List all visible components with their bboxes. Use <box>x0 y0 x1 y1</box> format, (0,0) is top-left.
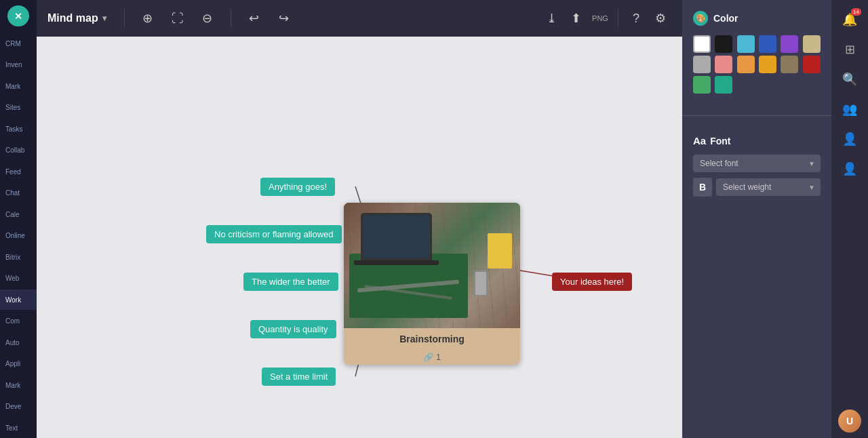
sidebar-item-auto[interactable]: Auto <box>0 332 37 353</box>
bold-button[interactable]: B <box>693 178 712 197</box>
font-section: Aa Font Select font B Select weight <box>682 124 831 207</box>
sidebar: ✕ CRM Inven Mark Sites Tasks Collab Feed… <box>0 0 37 438</box>
person-icon: 👤 <box>842 161 857 176</box>
link-icon: 🔗 <box>423 353 433 362</box>
color-section-title: 🎨 Color <box>693 11 821 26</box>
grid-icon: ⊞ <box>845 42 855 57</box>
topbar: Mind map ▾ ⊕ ⛶ ⊖ ↩ ↪ ⤓ ⬆ PNG ? ⚙ <box>37 0 682 37</box>
person-button[interactable]: 👤 <box>837 156 863 182</box>
separator3 <box>618 9 618 28</box>
node-time-limit[interactable]: Set a time limit <box>262 367 336 386</box>
node-wider-better[interactable]: The wider the better <box>243 273 338 291</box>
sidebar-item-inven[interactable]: Inven <box>0 55 37 75</box>
color-swatch-teal[interactable] <box>715 76 732 94</box>
color-grid-row2 <box>693 56 821 73</box>
node-footer: 🔗 1 <box>344 350 520 365</box>
color-icon: 🎨 <box>693 11 708 26</box>
notification-badge: 14 <box>851 8 861 16</box>
color-swatch-cyan[interactable] <box>737 35 755 53</box>
main-area: Mind map ▾ ⊕ ⛶ ⊖ ↩ ↪ ⤓ ⬆ PNG ? ⚙ <box>37 0 682 438</box>
central-node[interactable]: Brainstorming 🔗 1 <box>344 203 520 365</box>
undo-button[interactable]: ↩ <box>243 7 265 29</box>
sidebar-item-chat[interactable]: Chat <box>0 183 37 203</box>
help-button[interactable]: ? <box>625 7 647 29</box>
font-select-wrap: Select font <box>693 155 821 172</box>
person-add-icon: 👤 <box>842 132 857 146</box>
node-anything-goes[interactable]: Anything goes! <box>260 178 335 196</box>
link-count: 1 <box>436 353 441 362</box>
color-swatch-black[interactable] <box>715 35 732 53</box>
canvas-area[interactable]: Anything goes! No criticism or flaming a… <box>37 37 682 438</box>
color-swatch-orange[interactable] <box>737 56 755 73</box>
notification-bell-button[interactable]: 🔔 14 <box>837 7 863 33</box>
page-title: Mind map ▾ <box>47 12 106 24</box>
sidebar-item-feed[interactable]: Feed <box>0 161 37 182</box>
color-swatch-purple[interactable] <box>781 35 798 53</box>
font-section-title: Aa Font <box>693 135 821 146</box>
sidebar-item-mark1[interactable]: Mark <box>0 76 37 96</box>
sidebar-item-collab[interactable]: Collab <box>0 140 37 161</box>
weight-select-wrap: Select weight <box>716 178 821 196</box>
sidebar-item-sites[interactable]: Sites <box>0 98 37 118</box>
group-button[interactable]: 👥 <box>837 96 863 122</box>
share-button[interactable]: ⬆ <box>565 7 587 29</box>
sidebar-item-cale[interactable]: Cale <box>0 204 37 224</box>
far-right-panel: 🔔 14 ⊞ 🔍 👥 👤 👤 U <box>831 0 868 438</box>
separator2 <box>231 9 231 28</box>
sidebar-item-appli[interactable]: Appli <box>0 354 37 374</box>
sidebar-item-mark2[interactable]: Mark <box>0 375 37 395</box>
redo-button[interactable]: ↪ <box>273 7 295 29</box>
color-grid-row3 <box>693 76 821 94</box>
color-grid-row1 <box>693 35 821 53</box>
sidebar-item-crm[interactable]: CRM <box>0 33 37 54</box>
separator <box>124 9 125 28</box>
sidebar-item-tasks[interactable]: Tasks <box>0 119 37 139</box>
central-node-label: Brainstorming <box>344 328 520 350</box>
search-icon: 🔍 <box>842 72 857 87</box>
color-swatch-gray[interactable] <box>693 56 711 73</box>
sidebar-item-deve[interactable]: Deve <box>0 397 37 417</box>
chevron-down-icon[interactable]: ▾ <box>102 14 106 23</box>
color-swatch-green[interactable] <box>693 76 711 94</box>
zoom-in-button[interactable]: ⊕ <box>137 7 159 29</box>
sidebar-item-work[interactable]: Work <box>0 290 37 310</box>
download-button[interactable]: ⤓ <box>540 7 562 29</box>
grid-button[interactable]: ⊞ <box>837 37 863 62</box>
node-image <box>344 203 520 328</box>
sidebar-item-text[interactable]: Text <box>0 418 37 438</box>
color-swatch-amber[interactable] <box>759 56 776 73</box>
sidebar-item-web[interactable]: Web <box>0 268 37 289</box>
sidebar-item-bitrix[interactable]: Bitrix <box>0 247 37 267</box>
close-button[interactable]: ✕ <box>7 5 29 26</box>
node-your-ideas[interactable]: Your ideas here! <box>552 273 632 291</box>
settings-button[interactable]: ⚙ <box>650 7 671 29</box>
color-swatch-darkred[interactable] <box>803 56 821 73</box>
right-panel: 🎨 Color Aa Font <box>682 0 831 438</box>
color-section: 🎨 Color <box>682 0 831 107</box>
color-swatch-blue[interactable] <box>759 35 776 53</box>
font-select[interactable]: Select font <box>693 155 821 172</box>
fit-button[interactable]: ⛶ <box>167 7 189 29</box>
color-swatch-tan[interactable] <box>803 35 821 53</box>
color-swatch-pink[interactable] <box>715 56 732 73</box>
group-icon: 👥 <box>842 102 857 117</box>
sidebar-item-online[interactable]: Online <box>0 226 37 246</box>
avatar[interactable]: U <box>838 410 861 433</box>
weight-row: B Select weight <box>693 178 821 197</box>
topbar-right: ⤓ ⬆ PNG ? ⚙ <box>540 7 671 29</box>
weight-select[interactable]: Select weight <box>716 178 821 196</box>
color-swatch-white[interactable] <box>693 35 711 53</box>
zoom-out-button[interactable]: ⊖ <box>197 7 218 29</box>
color-swatch-brown[interactable] <box>781 56 798 73</box>
sidebar-item-com[interactable]: Com <box>0 311 37 332</box>
divider <box>682 115 831 116</box>
node-no-criticism[interactable]: No criticism or flaming allowed <box>206 225 342 243</box>
search-button[interactable]: 🔍 <box>837 66 863 92</box>
export-png-button[interactable]: PNG <box>589 7 611 29</box>
person-add-button[interactable]: 👤 <box>837 126 863 152</box>
node-quantity-quality[interactable]: Quantity is quality <box>250 320 336 338</box>
